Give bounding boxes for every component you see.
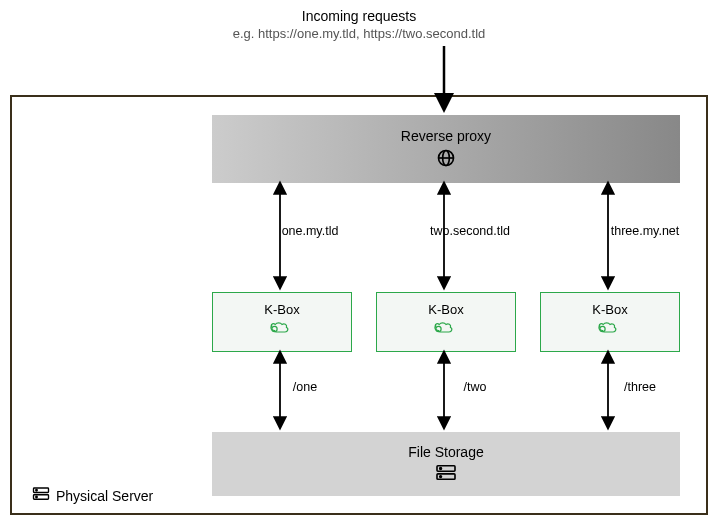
svg-point-9 [440, 475, 442, 477]
server-icon [32, 486, 50, 505]
kbox-row: K-Box K-Box K-Box [212, 292, 680, 352]
sheep-icon [431, 319, 461, 342]
storage-icon [435, 464, 457, 485]
incoming-title: Incoming requests [0, 8, 718, 24]
kbox-label: K-Box [592, 302, 627, 317]
globe-icon [436, 148, 456, 171]
kbox-1: K-Box [212, 292, 352, 352]
path-label-2: /two [450, 380, 500, 394]
physical-server-box: Reverse proxy K-Box K-Box [10, 95, 708, 515]
domain-label-1: one.my.tld [270, 224, 350, 238]
svg-point-13 [36, 496, 38, 498]
svg-point-8 [440, 467, 442, 469]
incoming-subtitle: e.g. https://one.my.tld, https://two.sec… [0, 26, 718, 41]
svg-point-12 [36, 490, 38, 492]
file-storage-label: File Storage [408, 444, 483, 460]
domain-label-3: three.my.net [600, 224, 690, 238]
kbox-3: K-Box [540, 292, 680, 352]
path-label-3: /three [610, 380, 670, 394]
kbox-label: K-Box [428, 302, 463, 317]
file-storage-box: File Storage [212, 432, 680, 496]
sheep-icon [595, 319, 625, 342]
reverse-proxy-box: Reverse proxy [212, 115, 680, 183]
kbox-2: K-Box [376, 292, 516, 352]
domain-label-2: two.second.tld [420, 224, 520, 238]
sheep-icon [267, 319, 297, 342]
physical-server-label: Physical Server [56, 488, 153, 504]
kbox-label: K-Box [264, 302, 299, 317]
physical-server-label-group: Physical Server [32, 486, 153, 505]
path-label-1: /one [280, 380, 330, 394]
reverse-proxy-label: Reverse proxy [401, 128, 491, 144]
